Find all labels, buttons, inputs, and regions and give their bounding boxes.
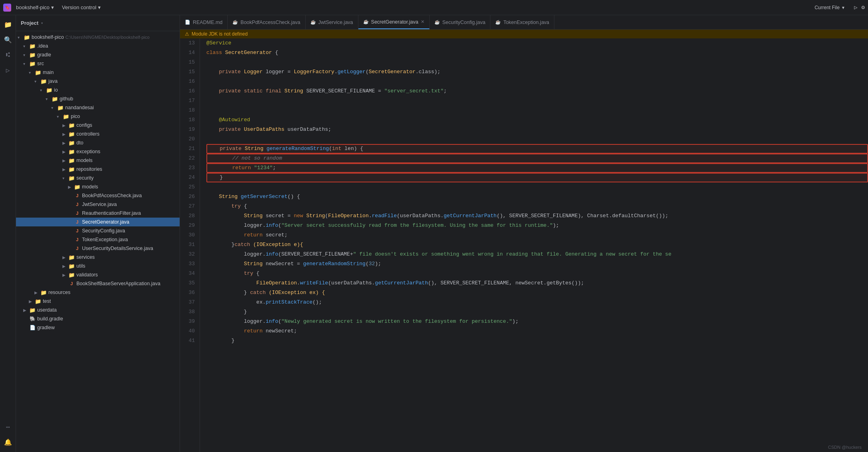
tab-label-tokenex: TokenException.java [503, 20, 549, 25]
code-line: logger.info("Server secret successfully … [206, 221, 868, 230]
tree-item[interactable]: ▾ 📁 security [16, 174, 180, 182]
token [207, 164, 232, 172]
line-number: 14 [186, 48, 195, 58]
tree-label: gradle [37, 52, 51, 58]
tree-icon: 📁 [68, 131, 75, 137]
token: ); [553, 222, 559, 230]
token: UserDataPaths [244, 126, 288, 134]
tree-item[interactable]: J BookShelfBaseServerApplication.java [16, 279, 180, 288]
project-menu[interactable]: bookshelf-pico ▾ [16, 4, 54, 10]
title-bar: 🔖 bookshelf-pico ▾ Version control ▾ Cur… [0, 0, 868, 15]
token: . [262, 318, 266, 326]
token: readFile [372, 212, 397, 220]
tree-item[interactable]: ▶ 📁 validators [16, 270, 180, 279]
token: logger [244, 222, 263, 230]
sidebar-item-search[interactable]: 🔍 [2, 34, 14, 46]
tree-item[interactable]: 🐘 build.gradle [16, 314, 180, 323]
tree-item[interactable]: J TokenException.java [16, 235, 180, 244]
line-number: 39 [186, 317, 195, 326]
tree-item[interactable]: ▶ 📁 dto [16, 138, 180, 147]
tree-item[interactable]: ▾ 📁 pico [16, 112, 180, 121]
tree-label: pico [71, 114, 80, 119]
tree-item[interactable]: ▾ 📁 gradle [16, 50, 180, 59]
sidebar-item-notifications[interactable]: 🔔 [2, 436, 14, 449]
sidebar-item-run[interactable]: ▷ [2, 64, 14, 77]
tree-item[interactable]: ▾ 📁 nandandesai [16, 103, 180, 112]
tree-item[interactable]: ▶ 📁 repositories [16, 165, 180, 174]
code-line: logger.info(SERVER_SECRET_FILENAME+" fil… [206, 250, 868, 259]
warning-icon: ⚠ [185, 31, 189, 37]
code-line: } catch (IOException ex) { [206, 288, 868, 298]
token [206, 279, 256, 288]
line-number: 22 [186, 154, 195, 163]
code-editor[interactable]: 1314151516161718181920212223242526272829… [180, 38, 868, 452]
tree-arrow: ▾ [23, 62, 29, 66]
tab-secconfig[interactable]: ☕ SecurityConfig.java [430, 15, 491, 29]
tree-item[interactable]: ▾ 📁 .idea [16, 42, 180, 50]
tree-label: validators [76, 272, 98, 278]
run-icon[interactable]: ▷ [854, 4, 857, 11]
sidebar-item-project[interactable]: 📁 [2, 18, 14, 31]
tree-item[interactable]: ▶ 📁 controllers [16, 130, 180, 138]
token: (IOException ex) { [269, 289, 325, 297]
line-number: 25 [186, 182, 195, 192]
tree-item[interactable]: J BookPdfAccessCheck.java [16, 191, 180, 200]
line-number: 16 [186, 77, 195, 86]
line-number: 29 [186, 221, 195, 230]
tree-label: services [76, 254, 95, 260]
tree-icon: 📄 [29, 325, 36, 330]
tree-item[interactable]: ▾ 📁 bookshelf-picoC:\Users\NINGMEI\Deskt… [16, 33, 180, 42]
tree-arrow: ▶ [68, 185, 74, 189]
tree-icon: 📁 [51, 96, 58, 102]
tree-icon: J [74, 202, 81, 207]
token [206, 327, 244, 336]
token [206, 126, 219, 134]
tree-item[interactable]: ▶ 📁 exceptions [16, 147, 180, 156]
tree-item[interactable]: ▾ 📁 src [16, 59, 180, 68]
token: (); [312, 298, 322, 307]
sidebar-item-more[interactable]: ⋯ [2, 421, 14, 434]
tree-item[interactable]: J UserSecurityDetailsService.java [16, 244, 180, 253]
token: getCurrentJarPath [375, 279, 428, 288]
tree-item[interactable]: J SecretGenerator.java [16, 218, 180, 226]
project-chevron: ▾ [51, 4, 54, 10]
token: . [262, 298, 266, 307]
token: SecretGenerator [369, 68, 416, 76]
tree-item[interactable]: J SecurityConfig.java [16, 226, 180, 235]
tree-item[interactable]: ▶ 📁 models [16, 156, 180, 165]
version-control-menu[interactable]: Version control ▾ [62, 4, 101, 10]
tree-item[interactable]: 📄 gradlew [16, 323, 180, 332]
tree-item[interactable]: ▾ 📁 main [16, 68, 180, 77]
tab-readme[interactable]: 📄 README.md [180, 15, 228, 29]
token [206, 270, 244, 278]
code-line: }catch (IOException e){ [206, 240, 868, 250]
token: logger [244, 318, 263, 326]
code-line [206, 106, 868, 115]
tree-item[interactable]: ▶ 📁 resources [16, 288, 180, 297]
tree-item[interactable]: ▶ 📁 utils [16, 262, 180, 270]
tree-item[interactable]: ▶ 📁 userdata [16, 306, 180, 314]
tree-item[interactable]: J JwtService.java [16, 200, 180, 209]
token: ); [375, 260, 381, 268]
settings-icon[interactable]: ⚙ [862, 4, 865, 11]
tree-label: build.gradle [37, 316, 63, 322]
tab-label-jwt: JwtService.java [318, 20, 353, 25]
tree-item[interactable]: ▾ 📁 github [16, 94, 180, 103]
tree-item[interactable]: ▶ 📁 configs [16, 121, 180, 130]
tree-item[interactable]: ▶ 📁 test [16, 297, 180, 306]
tab-bookpdf[interactable]: ☕ BookPdfAccessCheck.java [228, 15, 305, 29]
tree-item[interactable]: ▶ 📁 models [16, 182, 180, 191]
tab-tokenex[interactable]: ☕ TokenException.java [490, 15, 554, 29]
token: getCurrentJarPath [444, 212, 497, 220]
code-line: return "1234"; [206, 163, 868, 173]
tab-secretgen[interactable]: ☕ SecretGenerator.java✕ [358, 15, 430, 29]
tab-jwt[interactable]: ☕ JwtService.java [306, 15, 358, 29]
sidebar-item-vcs[interactable]: ⑆ [2, 49, 14, 62]
tree-item[interactable]: ▾ 📁 java [16, 77, 180, 86]
tree-item[interactable]: ▶ 📁 services [16, 253, 180, 262]
code-line [206, 182, 868, 192]
tab-close-secretgen[interactable]: ✕ [421, 19, 424, 24]
tree-item[interactable]: J ReauthenticationFilter.java [16, 209, 180, 218]
tree-item[interactable]: ▾ 📁 io [16, 86, 180, 94]
token: writeFile [300, 279, 328, 288]
